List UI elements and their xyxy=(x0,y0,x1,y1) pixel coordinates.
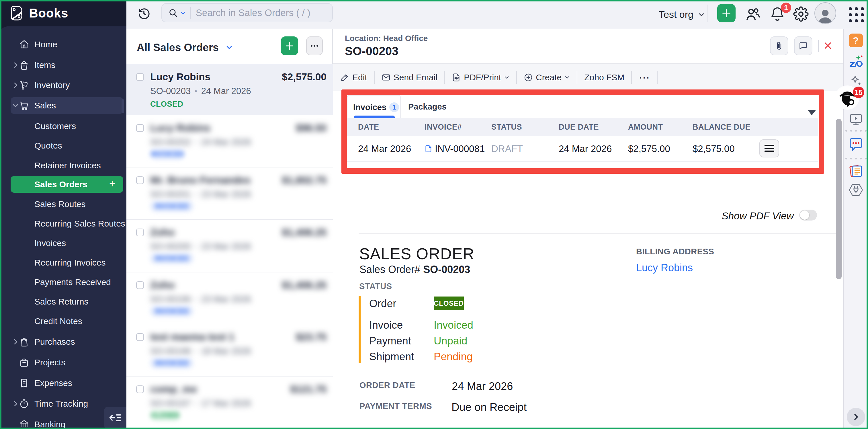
row-checkbox[interactable] xyxy=(136,176,144,184)
settings-gear-icon[interactable] xyxy=(793,6,809,22)
sparkle-icon[interactable] xyxy=(849,74,863,88)
comments-button[interactable] xyxy=(794,36,812,55)
create-button[interactable]: Create xyxy=(524,72,570,82)
list-more-button[interactable] xyxy=(306,36,323,55)
cell-due-date: 24 Mar 2026 xyxy=(559,143,628,154)
sidebar-item-sales-returns[interactable]: Sales Returns xyxy=(0,292,126,312)
row-checkbox[interactable] xyxy=(136,281,144,289)
sales-order-row[interactable]: test maema test 1 $23.75 SO-00198•18 Mar… xyxy=(126,324,333,376)
sidebar-item-quotes[interactable]: Quotes xyxy=(0,135,126,156)
app-logo[interactable]: Books xyxy=(0,0,126,26)
pdf-print-button[interactable]: PDF/Print xyxy=(452,72,509,82)
toolbar-separator xyxy=(577,71,577,84)
list-title-dropdown[interactable]: All Sales Orders xyxy=(137,41,233,54)
row-checkbox[interactable] xyxy=(136,73,144,81)
integrations-plug-icon[interactable] xyxy=(848,183,863,197)
sales-order-row[interactable]: Lucy Robins $2,575.00 SO-00203•24 Mar 20… xyxy=(126,64,333,115)
document-divider xyxy=(359,234,839,234)
history-icon[interactable] xyxy=(137,6,151,20)
row-amount: $23.75 xyxy=(296,331,327,343)
chevron-down-icon xyxy=(698,11,705,18)
sidebar-item-retainer-invoices[interactable]: Retainer Invoices xyxy=(0,155,126,176)
pencil-icon xyxy=(340,73,349,82)
row-bullet: • xyxy=(195,243,197,250)
list-header: All Sales Orders xyxy=(126,29,332,64)
tab-packages[interactable]: Packages xyxy=(408,102,446,112)
chevron-right-icon xyxy=(12,82,19,89)
toggle-knob xyxy=(800,211,809,220)
sidebar-item-recurring-sales-routes[interactable]: Recurring Sales Routes xyxy=(0,214,126,234)
sales-order-row[interactable]: comp_me $121.75 SO-00197•17 Mar 2026 CLO… xyxy=(126,376,333,429)
quick-add-button[interactable] xyxy=(717,4,736,22)
row-checkbox[interactable] xyxy=(136,386,144,393)
show-pdf-toggle[interactable] xyxy=(799,210,817,220)
help-button[interactable]: ? xyxy=(849,34,863,47)
search-scope-chevron-icon[interactable] xyxy=(180,10,186,16)
items-icon xyxy=(19,60,29,70)
documents-icon[interactable] xyxy=(848,163,864,179)
sidebar-item-projects[interactable]: Projects xyxy=(0,353,126,372)
row-amount: $1,406.25 xyxy=(282,279,327,291)
invoice-link[interactable]: INV-000081 xyxy=(425,143,491,154)
sidebar-item-sales-orders[interactable]: Sales Orders xyxy=(0,174,126,194)
panel-scrollbar[interactable] xyxy=(836,119,842,279)
column-header-invoice: INVOICE# xyxy=(425,123,491,132)
close-icon[interactable] xyxy=(824,41,832,50)
sidebar-item-invoices[interactable]: Invoices xyxy=(0,233,126,253)
zia-assistant-icon[interactable] xyxy=(848,54,863,68)
row-customer-name: comp_me xyxy=(150,384,197,395)
row-amount: $2,575.00 xyxy=(282,71,327,83)
status-row-value: Invoiced xyxy=(434,319,473,331)
send-email-button[interactable]: Send Email xyxy=(381,72,437,82)
sidebar-item-credit-notes[interactable]: Credit Notes xyxy=(0,311,126,331)
sidebar-item-payments-received[interactable]: Payments Received xyxy=(0,272,126,292)
search-input[interactable]: Search in Sales Orders ( / ) xyxy=(161,3,333,22)
row-checkbox[interactable] xyxy=(136,333,144,341)
more-actions-button[interactable]: ⋯ xyxy=(639,71,650,84)
sidebar-collapse-button[interactable] xyxy=(104,407,126,429)
sales-order-row[interactable]: Zoho $1,406.25 SO-00200•23 Mar 2026 INVO… xyxy=(126,220,333,272)
billing-address-label: BILLING ADDRESS xyxy=(636,247,714,256)
app-grid-icon[interactable] xyxy=(849,7,864,22)
sidebar-item-recurring-invoices[interactable]: Recurring Invoices xyxy=(0,253,126,273)
new-sales-order-button[interactable] xyxy=(281,36,298,55)
row-checkbox[interactable] xyxy=(136,228,144,236)
sidebar-item-home[interactable]: Home xyxy=(0,34,126,55)
row-customer-name: Zoho xyxy=(150,279,175,291)
chevron-right-icon xyxy=(12,61,19,69)
sidebar-item-sales[interactable]: Sales xyxy=(0,95,126,116)
collapse-section-caret-icon[interactable] xyxy=(808,110,816,115)
tab-invoices[interactable]: Invoices 1 xyxy=(347,95,401,118)
expand-rail-button[interactable] xyxy=(847,408,865,426)
row-bullet: • xyxy=(195,295,197,303)
sales-order-row[interactable]: Mr. Bruno Fernandes $1,802.75 SO-00201•2… xyxy=(126,167,333,220)
chat-icon[interactable] xyxy=(848,137,863,152)
sidebar-item-purchases[interactable]: Purchases xyxy=(0,332,126,352)
row-checkbox[interactable] xyxy=(136,124,144,132)
sidebar-item-inventory[interactable]: Inventory xyxy=(0,75,126,95)
sidebar-item-items[interactable]: Items xyxy=(0,55,126,75)
billing-address-link[interactable]: Lucy Robins xyxy=(636,262,693,274)
user-avatar[interactable] xyxy=(814,2,836,24)
sales-order-row[interactable]: Zoho $1,406.25 SO-00199•23 Mar 2026 INVO… xyxy=(126,272,333,324)
sidebar-item-customers[interactable]: Customers xyxy=(0,116,126,136)
sidebar-item-sales-routes[interactable]: Sales Routes xyxy=(0,194,126,214)
invoice-row-menu-button[interactable] xyxy=(760,140,779,157)
sidebar-scrollbar[interactable] xyxy=(122,99,124,113)
row-number: SO-00203 xyxy=(150,86,191,96)
row-bullet: • xyxy=(195,190,197,198)
zoho-fsm-button[interactable]: Zoho FSM xyxy=(584,72,624,82)
attachments-button[interactable] xyxy=(770,36,788,55)
org-switcher[interactable]: Test org xyxy=(659,0,705,29)
expenses-icon xyxy=(19,378,29,388)
toolbar-separator xyxy=(374,71,375,84)
list-title-label: All Sales Orders xyxy=(137,41,219,53)
toolbar-separator xyxy=(631,71,632,84)
monitor-play-icon[interactable] xyxy=(849,112,863,126)
users-icon[interactable] xyxy=(745,6,761,22)
edit-button[interactable]: Edit xyxy=(340,72,367,82)
sidebar-item-expenses[interactable]: Expenses xyxy=(0,373,126,393)
row-date: 17 Mar 2026 xyxy=(201,398,251,408)
sales-order-row[interactable]: Lucy Robins $96.50 SO-00202•24 Mar 2026 … xyxy=(126,115,333,167)
toolbar-button-label: PDF/Print xyxy=(464,72,501,82)
